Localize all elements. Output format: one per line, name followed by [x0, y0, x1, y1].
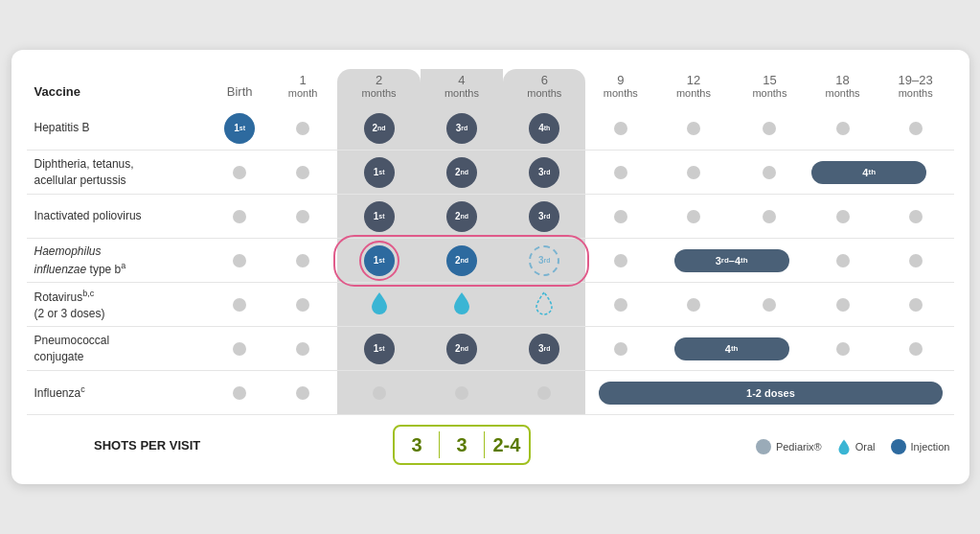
col-18m: 18 months: [808, 69, 877, 106]
ipv-9m: [585, 195, 655, 239]
hib-row: Haemophilusinfluenzae type ba 1st 2nd 3r…: [27, 239, 954, 283]
hep-b-6m: 4th: [503, 106, 585, 151]
dtap-6m: 3rd: [503, 151, 585, 195]
ipv-12m: [655, 195, 732, 239]
legend: Pediarix® Oral Injection: [657, 438, 949, 455]
shots-empty-9m: [585, 415, 655, 469]
oral-drop-icon: [837, 438, 851, 455]
shots-row: SHOTS PER VISIT 3 3 2-4: [27, 415, 954, 469]
rota-drop2: [452, 290, 471, 315]
ipv-dose1: 1st: [364, 201, 395, 232]
col-1923m: 19–23 months: [877, 69, 954, 106]
dtap-dose3: 3rd: [529, 157, 559, 188]
pcv-dose4-bar: 4th: [674, 337, 789, 360]
col-9m: 9 months: [585, 69, 655, 106]
pcv-dose1: 1st: [364, 334, 395, 364]
col-birth: Birth: [212, 69, 268, 106]
rota-9m: [585, 283, 655, 327]
injection-label: Injection: [911, 441, 950, 453]
rota-drop3-dashed: [535, 290, 554, 315]
pcv-1m: [268, 327, 338, 371]
hib-2m: 1st: [337, 239, 420, 283]
hib-18m: [808, 239, 877, 283]
ipv-dose2: 2nd: [446, 201, 477, 232]
hib-birth: [212, 239, 268, 283]
ipv-dose3: 3rd: [529, 201, 559, 232]
hib-name: Haemophilusinfluenzae type ba: [27, 239, 212, 283]
hib-dose1: 1st: [364, 245, 395, 276]
hep-b-18m: [808, 106, 877, 151]
flu-row: Influenzac 1-2 doses: [27, 371, 954, 415]
col-6m: 6 months: [503, 69, 585, 106]
dtap-name: Diphtheria, tetanus,acellular pertussis: [27, 151, 212, 195]
ipv-1923m: [877, 195, 954, 239]
hep-b-dose3: 3rd: [446, 113, 477, 144]
pcv-row: Pneumococcalconjugate 1st 2nd 3rd 4th: [27, 327, 954, 371]
hep-b-1923m: [877, 106, 954, 151]
pediarix-label: Pediarix®: [776, 441, 822, 453]
dtap-4th-bar: 4th: [808, 151, 953, 195]
hib-dose3-dashed: 3rd: [529, 245, 559, 276]
dtap-2m: 1st: [337, 151, 420, 195]
ipv-6m: 3rd: [503, 195, 585, 239]
ipv-4m: 2nd: [421, 195, 503, 239]
hib-9m: [585, 239, 655, 283]
flu-bar: 1-2 doses: [585, 371, 953, 415]
flu-6m: [503, 371, 585, 415]
rota-drop1: [370, 290, 389, 315]
rota-12m: [655, 283, 732, 327]
pcv-6m: 3rd: [503, 327, 585, 371]
ipv-name: Inactivated poliovirus: [27, 195, 212, 239]
rota-birth: [212, 283, 268, 327]
hep-b-dose4: 4th: [529, 113, 559, 144]
col-12m: 12 months: [655, 69, 732, 106]
shots-values-cell: 3 3 2-4: [337, 415, 585, 469]
pediarix-icon: [756, 439, 771, 454]
pcv-9m: [585, 327, 655, 371]
hep-b-dose2: 2nd: [364, 113, 395, 144]
ipv-row: Inactivated poliovirus 1st 2nd 3rd: [27, 195, 954, 239]
hib-1923m: [877, 239, 954, 283]
dtap-1m: [268, 151, 338, 195]
shots-label: SHOTS PER VISIT: [27, 415, 268, 469]
hib-6m: 3rd: [503, 239, 585, 283]
shots-val-2m: 3: [395, 427, 439, 463]
vaccine-schedule-card: Vaccine Birth 1 month 2 months 4 months: [11, 50, 969, 484]
hep-b-4m: 3rd: [421, 106, 503, 151]
col-2m: 2 months: [337, 69, 420, 106]
hib-dose2: 2nd: [446, 245, 477, 276]
rota-4m: [421, 283, 503, 327]
shots-val-6m: 2-4: [485, 427, 529, 463]
dtap-dose1: 1st: [364, 157, 395, 188]
hep-b-birth: 1st: [212, 106, 268, 151]
header-row: Vaccine Birth 1 month 2 months 4 months: [27, 69, 954, 106]
shots-val-4m: 3: [440, 427, 484, 463]
shots-values-box: 3 3 2-4: [393, 425, 531, 465]
dtap-dose4-bar: 4th: [811, 161, 926, 184]
ipv-birth: [212, 195, 268, 239]
hep-b-2m: 2nd: [337, 106, 420, 151]
schedule-table: Vaccine Birth 1 month 2 months 4 months: [27, 69, 954, 469]
pcv-2m: 1st: [337, 327, 420, 371]
pcv-18m: [808, 327, 877, 371]
ipv-15m: [732, 195, 809, 239]
vaccine-header: Vaccine: [27, 69, 212, 106]
legend-injection: Injection: [891, 439, 950, 454]
hep-b-12m: [655, 106, 732, 151]
ipv-18m: [808, 195, 877, 239]
dtap-12m: [655, 151, 732, 195]
rota-18m: [808, 283, 877, 327]
rota-row: Rotavirusb,c(2 or 3 doses): [27, 283, 954, 327]
hep-b-15m: [732, 106, 809, 151]
hib-34th-bar: 3rd–4th: [655, 239, 808, 283]
dtap-9m: [585, 151, 655, 195]
col-4m: 4 months: [421, 69, 503, 106]
dtap-15m: [732, 151, 809, 195]
rota-1m: [268, 283, 338, 327]
hib-dose34-bar: 3rd–4th: [674, 249, 789, 272]
injection-icon: [891, 439, 906, 454]
hep-b-9m: [585, 106, 655, 151]
col-1m: 1 month: [268, 69, 338, 106]
rota-name: Rotavirusb,c(2 or 3 doses): [27, 283, 212, 327]
pcv-4m: 2nd: [421, 327, 503, 371]
